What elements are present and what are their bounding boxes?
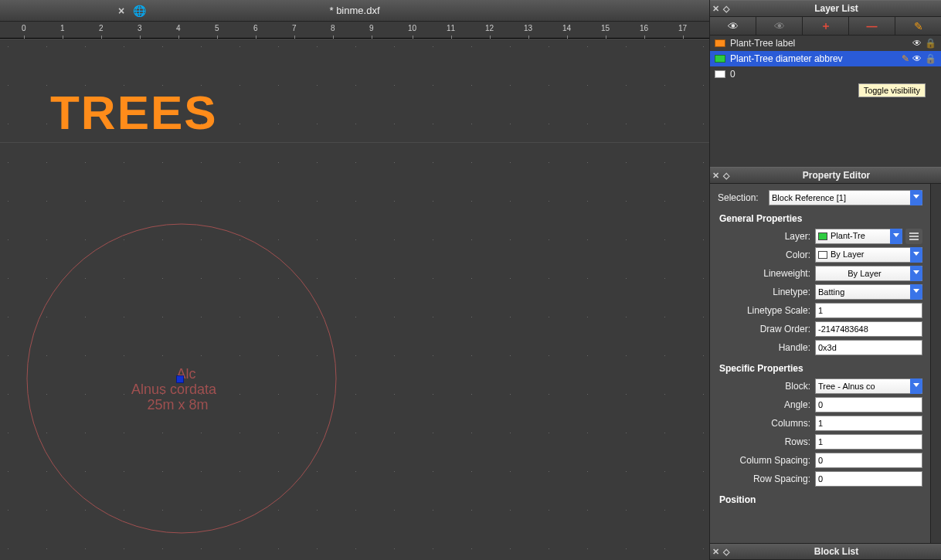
angle-label: Angle: [718,399,810,410]
layer-row[interactable]: Plant-Tree label👁🔒 [710,36,941,51]
panel-undock-icon[interactable]: ◇ [721,547,732,557]
linetype-label: Linetype: [718,287,810,297]
horizontal-ruler: 01234567891011121314151617 [0,22,709,39]
ruler-tick: 9 [369,24,374,32]
draworder-label: Draw Order: [718,324,810,334]
columns-label: Columns: [718,418,810,429]
block-list-header: ✕ ◇ Block List [710,543,941,560]
property-editor-header: ✕ ◇ Property Editor [710,167,941,184]
ruler-tick: 13 [524,24,532,32]
tree-abbrev: Alc [156,367,216,382]
lock-icon[interactable]: 🔒 [925,53,936,64]
layer-name: 0 [730,69,735,80]
pencil-icon[interactable]: ✎ [902,53,909,64]
panel-undock-icon[interactable]: ◇ [721,4,732,14]
panel-close-icon[interactable]: ✕ [710,547,721,557]
tree-size: 25m x 8m [139,398,216,413]
layer-row-icons: 👁🔒 [912,38,941,49]
layer-row[interactable]: 0 [710,66,941,82]
panel-undock-icon[interactable]: ◇ [721,171,732,181]
selection-dropdown[interactable]: Block Reference [1] [769,190,922,205]
tooltip: Toggle visibility [858,83,926,97]
remove-layer-button[interactable]: — [849,17,895,35]
property-editor-title: Property Editor [732,170,941,181]
minus-icon: — [867,20,878,32]
general-properties-title: General Properties [719,213,922,224]
add-layer-button[interactable]: ＋ [803,17,849,35]
property-scrollbar[interactable] [930,184,941,543]
colspacing-input[interactable] [815,453,922,468]
ruler-tick: 2 [99,24,104,32]
ruler-tick: 4 [176,24,181,32]
layer-row[interactable]: Plant-Tree diameter abbrev✎👁🔒 [710,51,941,66]
eye-icon[interactable]: 👁 [912,53,922,64]
ruler-tick: 3 [138,24,142,32]
linetype-dropdown[interactable]: Batting [815,284,922,300]
handle-label: Handle: [718,342,810,353]
rowspacing-input[interactable] [815,471,922,487]
plus-icon: ＋ [820,19,831,33]
ruler-tick: 16 [640,24,648,32]
selection-label: Selection: [718,192,764,203]
specific-properties-title: Specific Properties [719,363,922,374]
pencil-icon: ✎ [914,20,923,32]
ruler-tick: 14 [562,24,571,32]
ruler-tick: 12 [485,24,494,32]
ruler-tick: 0 [22,24,26,32]
app-icon: 🌐 [133,5,146,17]
layer-dropdown[interactable] [815,229,902,244]
block-dropdown[interactable]: Tree - Alnus co [815,378,922,394]
layer-row-icons: ✎👁🔒 [902,53,941,64]
panel-close-icon[interactable]: ✕ [710,4,721,14]
ruler-tick: 10 [408,24,416,32]
layer-color-swatch [715,55,725,63]
ruler-tick: 6 [253,24,258,32]
color-label: Color: [718,249,810,260]
show-all-layers-button[interactable]: 👁 [710,17,756,35]
tree-circle[interactable] [0,39,709,560]
rows-input[interactable] [815,434,922,450]
property-editor-body: Selection: Block Reference [1] General P… [710,184,930,543]
linetypescale-label: Linetype Scale: [718,305,810,316]
layer-list-header: ✕ ◇ Layer List [710,0,941,17]
angle-input[interactable] [815,397,922,412]
columns-input[interactable] [815,416,922,431]
rows-label: Rows: [718,436,810,447]
tree-label-block[interactable]: Alc Alnus cordata 25m x 8m [131,367,216,412]
hide-all-layers-button[interactable]: 👁 [756,17,803,35]
block-label: Block: [718,381,810,392]
lock-icon[interactable]: 🔒 [925,38,936,49]
layer-options-button[interactable] [905,229,922,244]
drawing-canvas[interactable]: TREES Alc Alnus cordata 25m x 8m [0,39,709,560]
position-title: Position [719,494,922,505]
ruler-tick: 15 [601,24,610,32]
handle-input [815,340,922,355]
eye-off-icon: 👁 [774,20,785,32]
rowspacing-label: Row Spacing: [718,473,810,484]
document-titlebar: × 🌐 * binme.dxf [0,0,709,22]
layer-name: Plant-Tree label [730,38,795,49]
panel-close-icon[interactable]: ✕ [710,171,721,181]
ruler-tick: 11 [447,24,455,32]
lineweight-dropdown[interactable]: By Layer [815,266,922,281]
draworder-input[interactable] [815,321,922,337]
layer-toolbar: 👁 👁 ＋ — ✎ [710,17,941,36]
block-list-title: Block List [732,546,941,557]
eye-icon[interactable]: 👁 [912,38,922,49]
layer-color-swatch [715,39,725,47]
selection-handle[interactable] [176,375,184,383]
linetypescale-input[interactable] [815,303,922,318]
layer-list[interactable]: Plant-Tree label👁🔒Plant-Tree diameter ab… [710,36,941,167]
document-title: * binme.dxf [0,5,709,16]
layer-label: Layer: [718,231,810,242]
ruler-tick: 1 [60,24,65,32]
ruler-tick: 7 [292,24,297,32]
color-dropdown[interactable] [815,247,922,263]
edit-layer-button[interactable]: ✎ [895,17,941,35]
tab-close-icon[interactable]: × [116,5,127,17]
eye-icon: 👁 [728,20,739,32]
ruler-tick: 17 [678,24,687,32]
tree-species: Alnus cordata [131,382,216,398]
layer-list-title: Layer List [732,3,941,14]
ruler-tick: 5 [215,24,219,32]
